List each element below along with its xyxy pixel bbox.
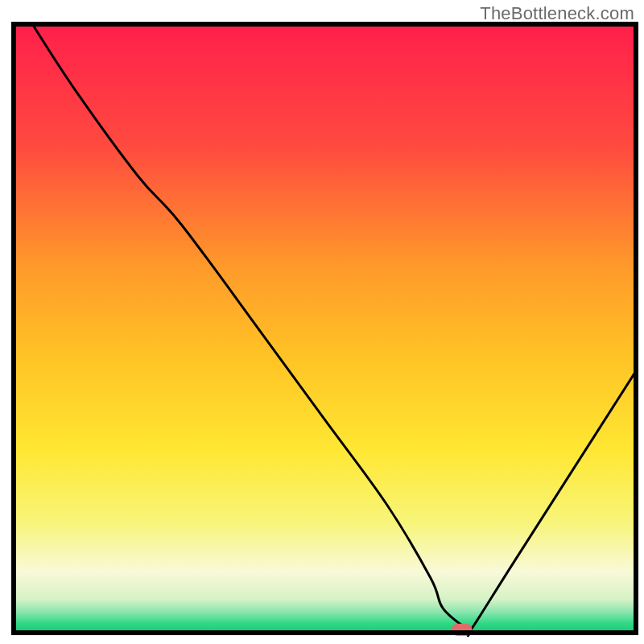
watermark-text: TheBottleneck.com — [480, 3, 634, 24]
chart-svg — [0, 0, 644, 644]
plot-background — [14, 24, 636, 633]
bottleneck-chart: TheBottleneck.com — [0, 0, 644, 644]
